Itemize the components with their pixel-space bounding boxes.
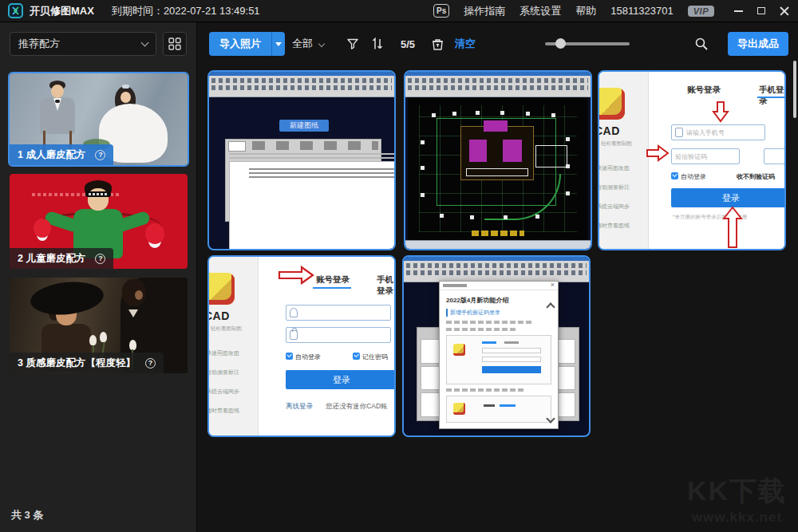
sort-icon bbox=[370, 37, 385, 50]
photo-thumbnail-login-phone[interactable]: CAD 轻松看图制图 快速画图改图 自动测量标注 系统云端同步 随时查看图纸 账… bbox=[598, 70, 786, 250]
search-icon bbox=[694, 37, 709, 51]
red-arrow-right-icon bbox=[278, 265, 314, 286]
thumb-art-login-sidebar: CAD 轻松看图制图 快速画图改图 自动测量标注 系统云端同步 随时查看图纸 bbox=[209, 257, 259, 435]
main-toolbar: 导入照片 全部 5/5 bbox=[198, 32, 798, 56]
menu-help[interactable]: 帮助 bbox=[575, 4, 596, 18]
preset-item-adult[interactable]: 1 成人磨皮配方 ? bbox=[10, 73, 188, 165]
preset-total-count: 共 3 条 bbox=[11, 508, 43, 522]
app-title: 开贝修图MAX bbox=[30, 4, 94, 18]
thumbnail-size-slider[interactable] bbox=[545, 42, 630, 45]
checkbox-checked-icon bbox=[671, 172, 678, 179]
grid-view-button[interactable] bbox=[163, 32, 187, 56]
chevron-down-icon bbox=[318, 41, 325, 47]
thumb-art-file-panel bbox=[225, 139, 381, 222]
sort-button[interactable] bbox=[370, 32, 385, 56]
sidebar: 推荐配方 1 成人磨皮配方 ? bbox=[0, 22, 197, 532]
photo-thumbnail-cad-drawing[interactable] bbox=[404, 70, 592, 250]
filter-all-dropdown[interactable]: 全部 bbox=[292, 32, 324, 56]
thumb-art-new-drawing-button: 新建图纸 bbox=[279, 120, 329, 132]
red-arrow-up-icon bbox=[722, 206, 743, 249]
preset-label: 3 质感磨皮配方【程度轻】 ? bbox=[10, 353, 164, 373]
lock-icon bbox=[290, 330, 298, 340]
search-button[interactable] bbox=[694, 32, 709, 56]
maximize-button[interactable] bbox=[757, 6, 767, 16]
thumb-art-cad-logo bbox=[207, 273, 235, 305]
filter-button[interactable] bbox=[346, 32, 359, 56]
preset-item-child[interactable]: 2 儿童磨皮配方 ? bbox=[10, 174, 188, 269]
site-watermark: KK下载 www.kkx.net bbox=[687, 473, 787, 526]
import-photos-label: 导入照片 bbox=[209, 32, 271, 56]
help-icon[interactable]: ? bbox=[145, 358, 156, 368]
help-icon[interactable]: ? bbox=[95, 150, 105, 160]
clear-all-button[interactable]: 清空 bbox=[455, 32, 476, 56]
photoshop-icon[interactable]: Ps bbox=[433, 4, 449, 18]
app-logo-icon bbox=[8, 3, 23, 18]
thumb-art-cad-logo bbox=[598, 88, 625, 120]
account-phone[interactable]: 15811323701 bbox=[610, 5, 674, 17]
main-panel: 导入照片 全部 5/5 bbox=[198, 22, 798, 532]
chevron-down-icon bbox=[141, 39, 149, 47]
minimize-button[interactable] bbox=[733, 6, 744, 16]
import-photos-button[interactable]: 导入照片 bbox=[209, 32, 285, 56]
thumb-art-help-dialog: 2022版4月新功能介绍 新增手机验证码登录 bbox=[439, 281, 559, 429]
thumb-art-login-form: 账号登录 手机登录 请输入手机号 短信验证码 自动登录 收不到验证 bbox=[649, 72, 784, 249]
thumb-art-toolbar bbox=[405, 76, 591, 97]
preset-label: 1 成人磨皮配方 ? bbox=[10, 144, 113, 165]
thumb-art-statusbar bbox=[405, 240, 591, 249]
thumb-art-toolbar bbox=[404, 261, 589, 282]
trash-button[interactable] bbox=[431, 32, 444, 56]
menu-settings[interactable]: 系统设置 bbox=[519, 4, 561, 18]
photo-thumbnail-cad-start[interactable]: 新建图纸 bbox=[207, 70, 396, 250]
vertical-scrollbar[interactable] bbox=[793, 61, 796, 118]
slider-handle[interactable] bbox=[555, 38, 566, 49]
trash-icon bbox=[431, 37, 444, 51]
red-arrow-right-icon bbox=[646, 144, 670, 163]
thumb-art-toolbar bbox=[209, 76, 394, 97]
grid-icon bbox=[168, 37, 181, 50]
app-window: 开贝修图MAX 到期时间：2022-07-21 13:49:51 Ps 操作指南… bbox=[0, 0, 798, 532]
titlebar: 开贝修图MAX 到期时间：2022-07-21 13:49:51 Ps 操作指南… bbox=[0, 0, 798, 22]
thumb-art-code-button bbox=[764, 148, 786, 164]
checkbox-checked-icon bbox=[353, 353, 360, 360]
close-button[interactable] bbox=[780, 6, 790, 16]
preset-label: 2 儿童磨皮配方 ? bbox=[10, 248, 113, 269]
preset-category-dropdown[interactable]: 推荐配方 bbox=[10, 32, 156, 56]
photo-thumbnail-login-account[interactable]: CAD 轻松看图制图 快速画图改图 自动测量标注 系统云端同步 随时查看图纸 账… bbox=[207, 255, 396, 437]
filter-all-label: 全部 bbox=[292, 37, 313, 51]
photo-count: 5/5 bbox=[401, 32, 415, 56]
funnel-icon bbox=[346, 37, 359, 50]
export-button[interactable]: 导出成品 bbox=[728, 32, 788, 56]
help-icon[interactable]: ? bbox=[95, 254, 105, 264]
phone-icon bbox=[675, 128, 683, 137]
vip-badge[interactable]: VIP bbox=[688, 6, 714, 17]
preset-item-texture[interactable]: 3 质感磨皮配方【程度轻】 ? bbox=[10, 278, 188, 373]
preset-category-label: 推荐配方 bbox=[18, 37, 60, 51]
person-icon bbox=[290, 308, 298, 317]
thumb-art-login-form: 账号登录 手机登录 自动登录 记住密码 登录 离线登录 您还没有迷你CAD账 bbox=[259, 257, 394, 435]
expire-time: 到期时间：2022-07-21 13:49:51 bbox=[112, 4, 260, 18]
menu-guide[interactable]: 操作指南 bbox=[464, 4, 505, 18]
thumb-art-login-sidebar: CAD 轻松看图制图 快速画图改图 自动测量标注 系统云端同步 随时查看图纸 bbox=[599, 72, 649, 249]
thumb-art-canvas bbox=[408, 97, 588, 240]
red-arrow-down-icon bbox=[711, 100, 730, 123]
checkbox-checked-icon bbox=[286, 353, 293, 360]
photo-thumbnail-help-dialog[interactable]: 2022版4月新功能介绍 新增手机验证码登录 bbox=[402, 255, 591, 437]
import-dropdown-arrow[interactable] bbox=[271, 32, 285, 56]
